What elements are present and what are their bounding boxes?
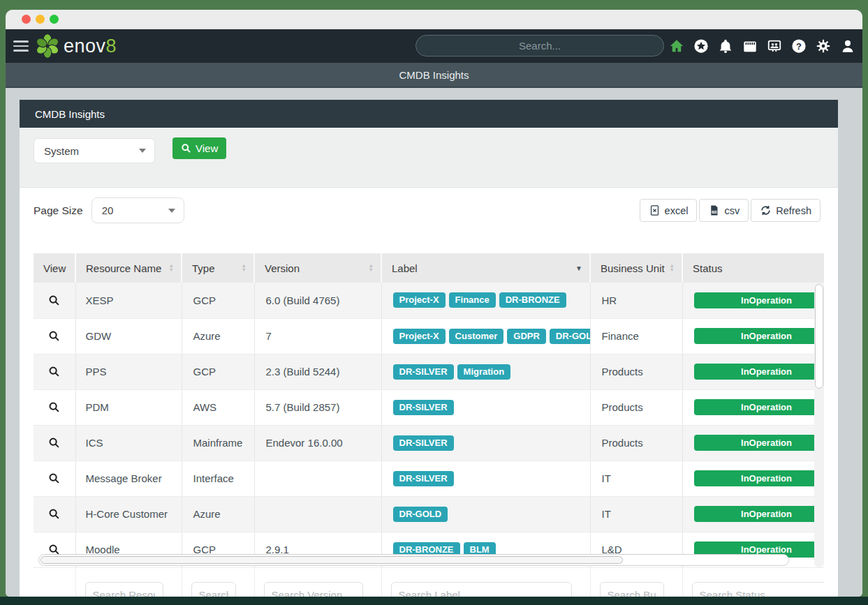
status-badge: InOperation xyxy=(694,470,825,486)
label-badge: DR-SILVER xyxy=(393,400,454,415)
column-header-resource-name[interactable]: Resource Name▲▼ xyxy=(75,253,182,283)
label-badge: DR-SILVER xyxy=(393,364,454,380)
row-view-button[interactable] xyxy=(45,327,63,345)
close-window-button[interactable] xyxy=(22,15,31,24)
search-input[interactable] xyxy=(415,35,664,57)
brand-logo[interactable]: enov8 xyxy=(34,33,117,59)
label-cell: DR-SILVERMigration xyxy=(381,354,590,389)
search-label-input[interactable] xyxy=(391,582,572,597)
magnifier-icon xyxy=(48,472,60,484)
bell-icon[interactable] xyxy=(717,38,733,54)
column-label: Status xyxy=(693,262,723,274)
column-label: View xyxy=(43,262,66,274)
sort-icon[interactable]: ▲▼ xyxy=(369,264,374,273)
presentation-icon[interactable] xyxy=(766,38,782,54)
label-cell: Project-XCustomerGDPRDR-GOLD xyxy=(381,318,590,354)
minimize-window-button[interactable] xyxy=(36,15,45,24)
resource-name-cell: PPS xyxy=(75,354,182,389)
menu-icon[interactable] xyxy=(13,40,29,52)
business-unit-cell: Products xyxy=(590,389,682,425)
status-cell: InOperation xyxy=(682,496,824,532)
search-status-input[interactable] xyxy=(692,582,825,597)
entity-type-value: System xyxy=(44,145,79,157)
sort-icon[interactable]: ▲▼ xyxy=(670,264,675,273)
version-cell: Endevor 16.0.00 xyxy=(254,425,381,461)
status-badge: InOperation xyxy=(694,506,825,522)
settings-icon[interactable] xyxy=(815,38,831,54)
status-cell: InOperation xyxy=(682,318,824,354)
status-cell: InOperation xyxy=(682,354,824,389)
row-view-button[interactable] xyxy=(45,363,63,380)
csv-button[interactable]: CSV csv xyxy=(699,199,749,222)
home-icon[interactable] xyxy=(668,38,684,54)
sort-desc-icon[interactable]: ▼ xyxy=(575,264,582,272)
resource-name-cell: ICS xyxy=(75,425,182,461)
column-header-view: View xyxy=(34,253,75,283)
resource-name-cell: PDM xyxy=(75,389,182,425)
view-button[interactable]: View xyxy=(172,137,226,159)
table-header-row: ViewResource Name▲▼Type▲▼Version▲▼Label▼… xyxy=(34,253,824,283)
entity-type-select[interactable]: System xyxy=(34,138,155,163)
table-row: H-Core Customer Azure DR-GOLD IT InOpera… xyxy=(34,496,824,532)
row-view-button[interactable] xyxy=(45,470,63,487)
status-badge: InOperation xyxy=(694,292,825,308)
business-unit-cell: Products xyxy=(590,354,682,389)
search-resource-name-input[interactable] xyxy=(85,582,163,597)
star-icon[interactable] xyxy=(693,38,709,54)
status-badge: InOperation xyxy=(694,364,825,380)
help-icon[interactable]: ? xyxy=(790,38,807,54)
row-view-button[interactable] xyxy=(45,398,63,416)
cmdb-insights-panel: CMDB Insights System View Page Size xyxy=(20,100,838,597)
sort-icon[interactable]: ▲▼ xyxy=(169,264,174,273)
label-cell: DR-GOLD xyxy=(381,496,590,532)
sort-icon[interactable]: ▲▼ xyxy=(242,264,247,273)
label-badge: DR-SILVER xyxy=(393,471,454,486)
calendar-icon[interactable] xyxy=(742,38,758,54)
label-badge: Project-X xyxy=(393,292,446,308)
status-cell: InOperation xyxy=(682,461,824,496)
window-titlebar xyxy=(6,10,862,29)
zoom-window-button[interactable] xyxy=(50,15,59,24)
version-cell: 5.7 (Build 2857) xyxy=(254,389,381,425)
excel-file-icon xyxy=(649,204,661,216)
search-business-unit-input[interactable] xyxy=(600,582,664,597)
column-header-business-unit[interactable]: Business Unit▲▼ xyxy=(590,253,682,283)
label-badge: Customer xyxy=(449,329,504,344)
user-icon[interactable] xyxy=(839,38,855,54)
panel-title: CMDB Insights xyxy=(20,100,838,128)
label-badge: DR-GOLD xyxy=(393,507,448,522)
column-header-label[interactable]: Label▼ xyxy=(381,253,590,283)
row-view-button[interactable] xyxy=(45,505,63,523)
refresh-button[interactable]: Refresh xyxy=(751,199,821,222)
row-view-button[interactable] xyxy=(45,434,63,451)
screenshot-background: enov8 ? xyxy=(0,0,868,605)
excel-button[interactable]: excel xyxy=(640,199,698,222)
horizontal-scrollbar-thumb[interactable] xyxy=(41,556,623,564)
vertical-scrollbar-thumb[interactable] xyxy=(815,284,823,389)
table-toolbar: Page Size 20 excel CSV xyxy=(34,197,821,223)
version-cell: 7 xyxy=(254,318,381,354)
vertical-scrollbar[interactable] xyxy=(814,283,824,567)
label-badge: Finance xyxy=(449,292,496,308)
enov8-flower-icon xyxy=(34,33,61,59)
version-cell xyxy=(254,496,381,532)
label-cell: Project-XFinanceDR-BRONZE xyxy=(381,283,590,318)
row-view-button[interactable] xyxy=(45,292,63,309)
type-cell: Interface xyxy=(182,461,254,496)
screenshot-bottom-border xyxy=(0,597,868,605)
search-version-input[interactable] xyxy=(264,582,363,597)
label-badge: Migration xyxy=(457,364,511,380)
search-type-input[interactable] xyxy=(191,582,236,597)
column-header-type[interactable]: Type▲▼ xyxy=(182,253,254,283)
column-label: Label xyxy=(392,262,418,274)
label-cell: DR-SILVER xyxy=(381,461,590,496)
column-header-version[interactable]: Version▲▼ xyxy=(254,253,381,283)
status-cell: InOperation xyxy=(682,283,824,318)
page-size-select[interactable]: 20 xyxy=(91,197,184,223)
business-unit-cell: Finance xyxy=(590,318,682,354)
table-row: PDM AWS 5.7 (Build 2857) DR-SILVER Produ… xyxy=(34,389,824,425)
horizontal-scrollbar[interactable] xyxy=(38,554,789,566)
filter-bar: System View xyxy=(20,128,838,188)
svg-text:?: ? xyxy=(796,41,802,52)
magnifier-icon xyxy=(48,401,60,413)
